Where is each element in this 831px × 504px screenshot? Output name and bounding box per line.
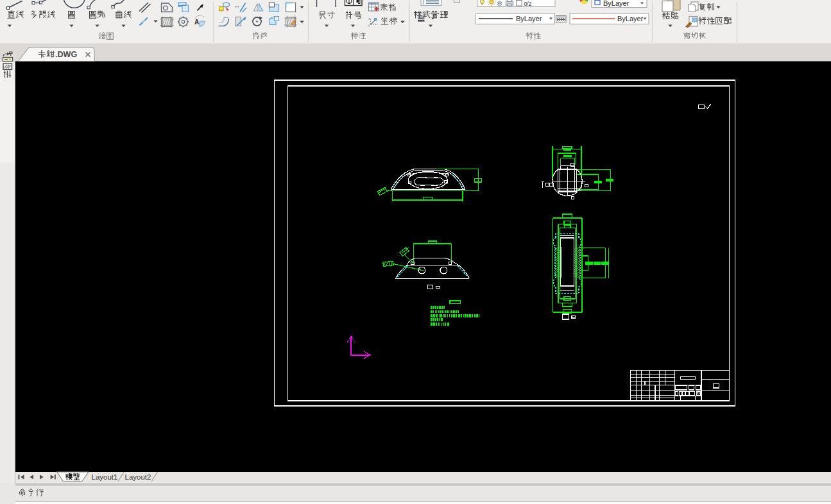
svg-text:0/2: 0/2 [524, 1, 532, 7]
svg-text:A: A [194, 19, 199, 26]
svg-text:ByLayer: ByLayer [617, 15, 644, 22]
svg-text:.DWG: .DWG [55, 50, 77, 59]
svg-text:x: x [368, 17, 370, 21]
svg-text:Layout2: Layout2 [125, 473, 151, 481]
svg-text:ByLayer: ByLayer [516, 15, 542, 22]
svg-text:Layout1: Layout1 [92, 473, 118, 481]
svg-text:y: y [368, 23, 370, 27]
svg-text:ByLayer: ByLayer [603, 0, 630, 7]
